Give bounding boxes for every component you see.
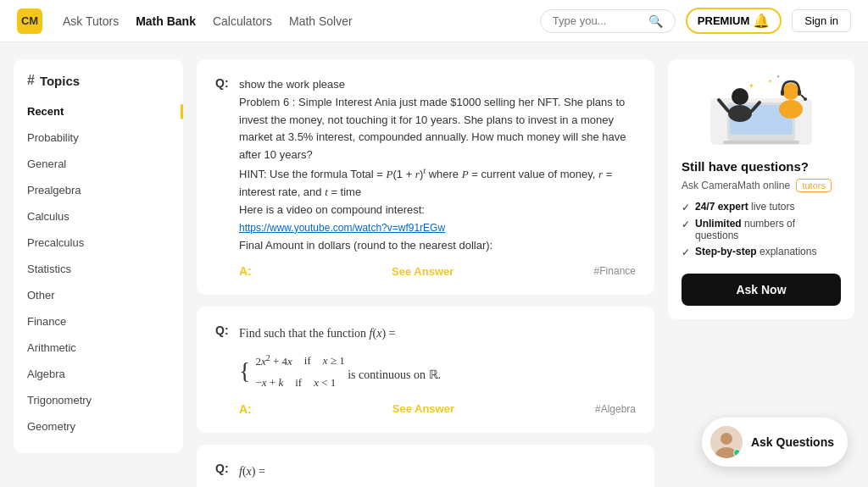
sidebar-item-recent[interactable]: Recent bbox=[14, 98, 183, 125]
header: CM Ask Tutors Math Bank Calculators Math… bbox=[0, 0, 868, 42]
online-indicator bbox=[733, 449, 741, 457]
tutors-badge: tutors bbox=[796, 179, 832, 192]
nav-calculators[interactable]: Calculators bbox=[213, 14, 272, 28]
svg-rect-3 bbox=[723, 141, 799, 144]
illustration-svg: ✦ ✦ ✦ bbox=[702, 73, 821, 149]
search-icon: 🔍 bbox=[648, 14, 663, 28]
promo-subtitle: Ask CameraMath online tutors bbox=[682, 179, 841, 192]
sidebar-item-prealgebra[interactable]: Prealgebra bbox=[14, 177, 183, 203]
q2-label: Q: bbox=[215, 324, 231, 415]
q1-text: show the work please Problem 6 : Simple … bbox=[239, 76, 636, 254]
promo-card: ✦ ✦ ✦ Still have questions? Ask CameraMa… bbox=[668, 59, 854, 319]
q1-link[interactable]: https://www.youtube.com/watch?v=wf91rEGw bbox=[239, 222, 445, 234]
sidebar-item-geometry[interactable]: Geometry bbox=[14, 413, 183, 440]
check-item-3: ✓ Step-by-step explanations bbox=[682, 246, 841, 258]
svg-text:✦: ✦ bbox=[748, 82, 754, 90]
sidebar-item-finance[interactable]: Finance bbox=[14, 308, 183, 335]
sidebar-item-trigonometry[interactable]: Trigonometry bbox=[14, 387, 183, 413]
question-card-3: Q: f(x) = { c x = −2 bbox=[197, 445, 654, 487]
promo-title: Still have questions? bbox=[682, 159, 841, 174]
q2-see-answer[interactable]: See Answer bbox=[392, 402, 454, 415]
check-list: ✓ 24/7 expert live tutors ✓ Unlimited nu… bbox=[682, 201, 841, 258]
svg-line-12 bbox=[801, 95, 804, 98]
question-card-2: Q: Find such that the function f(x) = { … bbox=[197, 307, 654, 432]
svg-text:✦: ✦ bbox=[776, 74, 780, 79]
check-icon-2: ✓ bbox=[682, 219, 690, 230]
q2-text: Find such that the function f(x) = { 2x2… bbox=[239, 324, 636, 391]
svg-point-4 bbox=[732, 88, 748, 105]
sidebar-item-statistics[interactable]: Statistics bbox=[14, 256, 183, 282]
svg-point-18 bbox=[721, 433, 732, 445]
svg-rect-11 bbox=[798, 90, 801, 96]
nav-math-bank[interactable]: Math Bank bbox=[136, 14, 196, 28]
chat-bubble[interactable]: Ask Questions bbox=[702, 418, 848, 467]
sidebar-item-calculus[interactable]: Calculus bbox=[14, 203, 183, 230]
sidebar-title: # Topics bbox=[14, 73, 183, 98]
content-area: Q: show the work please Problem 6 : Simp… bbox=[197, 59, 654, 487]
q1-label: Q: bbox=[215, 76, 231, 278]
signin-button[interactable]: Sign in bbox=[792, 9, 851, 32]
svg-point-8 bbox=[782, 83, 799, 100]
sidebar-item-general[interactable]: General bbox=[14, 151, 183, 177]
sidebar-item-algebra[interactable]: Algebra bbox=[14, 361, 183, 387]
nav-ask-tutors[interactable]: Ask Tutors bbox=[63, 14, 119, 28]
q2-tag: #Algebra bbox=[595, 403, 636, 415]
crown-icon: 🔔 bbox=[753, 13, 770, 29]
check-icon-1: ✓ bbox=[682, 202, 690, 213]
check-item-1: ✓ 24/7 expert live tutors bbox=[682, 201, 841, 213]
header-right: 🔍 PREMIUM 🔔 Sign in bbox=[540, 8, 851, 34]
q1-see-answer[interactable]: See Answer bbox=[392, 265, 453, 278]
check-item-2: ✓ Unlimited numbers of questions bbox=[682, 218, 841, 241]
premium-label: PREMIUM bbox=[698, 14, 749, 27]
q3-text: f(x) = { c x = −2 9 bbox=[239, 462, 636, 487]
q1-answer-label: A: bbox=[239, 264, 252, 278]
question-card-1: Q: show the work please Problem 6 : Simp… bbox=[197, 59, 654, 295]
chat-label: Ask Questions bbox=[751, 435, 834, 449]
svg-point-13 bbox=[804, 97, 807, 101]
check-icon-3: ✓ bbox=[682, 246, 690, 258]
hashtag-icon: # bbox=[27, 73, 35, 88]
search-box[interactable]: 🔍 bbox=[540, 9, 676, 33]
q1-tag: #Finance bbox=[594, 265, 636, 277]
sidebar-item-arithmetic[interactable]: Arithmetic bbox=[14, 335, 183, 361]
sidebar-item-other[interactable]: Other bbox=[14, 282, 183, 308]
svg-text:✦: ✦ bbox=[768, 79, 772, 84]
chat-avatar bbox=[710, 426, 743, 458]
nav-math-solver[interactable]: Math Solver bbox=[289, 14, 353, 28]
logo[interactable]: CM bbox=[17, 8, 42, 34]
sidebar-item-probability[interactable]: Probability bbox=[14, 125, 183, 151]
promo-illustration: ✦ ✦ ✦ bbox=[682, 73, 841, 149]
svg-rect-10 bbox=[781, 90, 784, 96]
sidebar-item-precalculus[interactable]: Precalculus bbox=[14, 230, 183, 256]
q2-answer-label: A: bbox=[239, 402, 252, 416]
svg-point-5 bbox=[728, 105, 752, 122]
svg-point-9 bbox=[779, 100, 803, 119]
search-input[interactable] bbox=[553, 14, 643, 27]
main-nav: Ask Tutors Math Bank Calculators Math So… bbox=[63, 14, 520, 28]
premium-button[interactable]: PREMIUM 🔔 bbox=[686, 8, 782, 34]
sidebar: # Topics Recent Probability General Prea… bbox=[14, 59, 183, 453]
q3-label: Q: bbox=[215, 462, 231, 487]
ask-now-button[interactable]: Ask Now bbox=[682, 274, 841, 306]
